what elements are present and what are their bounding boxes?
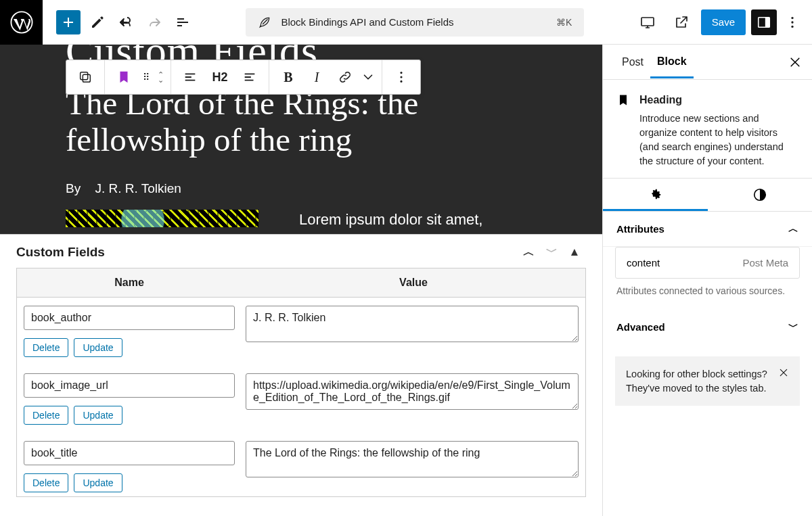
open-external-button[interactable] <box>667 8 696 37</box>
svg-point-9 <box>400 72 402 74</box>
close-sidebar-button[interactable] <box>784 51 807 74</box>
svg-point-5 <box>791 21 793 23</box>
field-value-input[interactable] <box>246 373 579 410</box>
update-button[interactable]: Update <box>74 406 122 425</box>
panel-collapse[interactable]: ▲ <box>563 245 586 259</box>
custom-field-row: Delete Update <box>17 429 585 496</box>
block-type-name: Heading <box>639 92 798 108</box>
svg-point-11 <box>400 80 402 83</box>
field-name-input[interactable] <box>24 441 235 465</box>
wordpress-logo[interactable] <box>0 0 43 45</box>
delete-button[interactable]: Delete <box>24 338 68 357</box>
view-desktop-button[interactable] <box>633 8 662 37</box>
more-format-button[interactable] <box>360 61 376 93</box>
editor-canvas[interactable]: ⠿ ⌃⌄ H2 B I <box>0 45 602 234</box>
heading-block-icon <box>616 92 630 168</box>
redo-button[interactable] <box>140 8 168 37</box>
document-title: Block Bindings API and Custom Fields <box>281 16 453 28</box>
chevron-down-icon: ﹀ <box>788 321 798 333</box>
tab-block[interactable]: Block <box>650 46 694 78</box>
tip-text: Looking for other block settings? They'v… <box>626 367 769 395</box>
block-parent-button[interactable] <box>72 61 99 93</box>
custom-fields-title: Custom Fields <box>16 245 105 260</box>
svg-rect-8 <box>83 74 90 82</box>
byline[interactable]: By J. R. R. Tolkien <box>66 181 537 196</box>
add-block-button[interactable] <box>56 10 81 34</box>
tab-post[interactable]: Post <box>615 47 650 77</box>
link-button[interactable] <box>332 61 359 93</box>
by-label: By <box>66 181 81 195</box>
attributes-note: Attributes connected to various sources. <box>603 285 812 310</box>
svg-point-10 <box>400 76 402 78</box>
styles-icon <box>752 187 767 202</box>
settings-sidebar: Post Block Heading Introduce new section… <box>602 45 812 516</box>
block-type-description: Introduce new sections and organize cont… <box>639 113 784 166</box>
more-options-button[interactable] <box>782 9 803 35</box>
attributes-section-header[interactable]: Attributes ︿ <box>603 212 812 247</box>
save-button[interactable]: Save <box>701 9 746 35</box>
panel-move-down[interactable]: ﹀ <box>540 244 563 260</box>
col-header-name: Name <box>17 268 242 297</box>
field-name-input[interactable] <box>24 373 235 398</box>
field-value-input[interactable] <box>246 441 579 477</box>
update-button[interactable]: Update <box>74 473 122 492</box>
styles-tab[interactable] <box>708 179 813 211</box>
gear-icon <box>648 187 662 202</box>
document-title-bar[interactable]: Block Bindings API and Custom Fields ⌘K <box>246 8 584 37</box>
custom-fields-table: Name Value Delete Update <box>16 268 586 497</box>
author-name: J. R. R. Tolkien <box>95 181 181 195</box>
settings-panel-toggle[interactable] <box>751 9 777 35</box>
custom-fields-panel: Custom Fields ︿ ﹀ ▲ Name Value Delete Up <box>0 234 602 516</box>
custom-field-row: Delete Update <box>17 361 585 429</box>
field-value-input[interactable] <box>246 306 579 342</box>
svg-rect-1 <box>641 18 654 26</box>
svg-rect-7 <box>81 72 88 80</box>
col-header-value: Value <box>242 268 585 297</box>
delete-button[interactable]: Delete <box>24 473 68 492</box>
dismiss-tip-button[interactable] <box>778 367 789 395</box>
advanced-section-header[interactable]: Advanced ﹀ <box>603 310 812 344</box>
undo-button[interactable] <box>112 8 140 37</box>
heading-level-button[interactable]: H2 <box>205 61 235 93</box>
align-button[interactable] <box>177 61 204 93</box>
delete-button[interactable]: Delete <box>24 406 68 425</box>
move-up-down[interactable]: ⌃⌄ <box>156 72 165 83</box>
update-button[interactable]: Update <box>74 338 122 357</box>
custom-field-row: Delete Update <box>17 298 585 361</box>
heading-block[interactable]: The Lord of the Rings: the fellowship of… <box>66 85 537 158</box>
svg-point-4 <box>791 16 793 18</box>
field-name-input[interactable] <box>24 306 235 330</box>
feather-icon <box>258 16 271 29</box>
styles-tip: Looking for other block settings? They'v… <box>615 356 800 406</box>
drag-handle[interactable]: ⠿ <box>139 61 155 93</box>
panel-move-up[interactable]: ︿ <box>517 244 540 260</box>
svg-point-6 <box>791 25 793 27</box>
edit-mode-button[interactable] <box>83 8 112 37</box>
cover-image[interactable] <box>66 210 258 227</box>
settings-tab[interactable] <box>603 179 708 211</box>
block-type-icon[interactable] <box>110 61 137 93</box>
italic-button[interactable]: I <box>303 61 330 93</box>
paragraph-block[interactable]: Lorem ipsum dolor sit amet, <box>299 210 537 229</box>
editor-top-bar: Block Bindings API and Custom Fields ⌘K … <box>0 0 812 45</box>
chevron-up-icon: ︿ <box>788 222 798 235</box>
document-outline-button[interactable] <box>168 8 197 37</box>
block-more-button[interactable] <box>388 61 415 93</box>
attribute-key: content <box>627 257 660 268</box>
block-toolbar: ⠿ ⌃⌄ H2 B I <box>66 60 421 95</box>
attribute-binding-row[interactable]: content Post Meta <box>615 247 800 279</box>
attribute-source: Post Meta <box>742 257 788 268</box>
svg-rect-3 <box>765 17 769 27</box>
text-align-button[interactable] <box>236 61 263 93</box>
command-shortcut: ⌘K <box>556 17 572 28</box>
bold-button[interactable]: B <box>275 61 302 93</box>
